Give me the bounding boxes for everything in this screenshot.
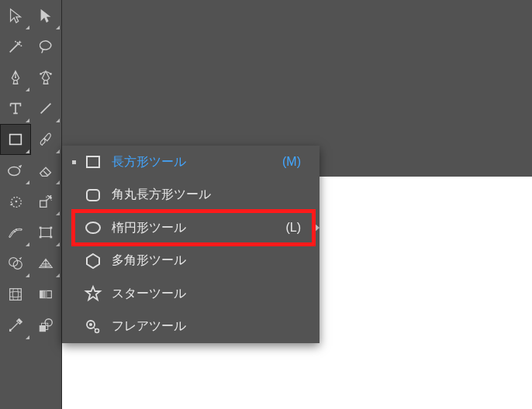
- curvature-tool[interactable]: [31, 62, 62, 93]
- flyout-item-flare[interactable]: フレアツール: [62, 311, 320, 344]
- svg-rect-11: [40, 227, 42, 229]
- svg-rect-4: [9, 135, 21, 145]
- svg-point-32: [95, 328, 99, 332]
- shape-builder-tool[interactable]: [0, 248, 31, 279]
- polygon-icon: [79, 252, 107, 270]
- flyout-item-star[interactable]: スターツール: [62, 277, 320, 311]
- star-icon: [79, 284, 107, 303]
- type-tool[interactable]: [0, 93, 31, 124]
- eyedropper-tool[interactable]: [0, 310, 31, 341]
- flyout-item-label: スターツール: [107, 286, 301, 302]
- svg-marker-28: [87, 254, 99, 268]
- flyout-item-label: フレアツール: [107, 318, 301, 335]
- flyout-item-ellipse[interactable]: 楕円形ツール (L): [62, 211, 320, 245]
- line-segment-tool[interactable]: [31, 93, 62, 124]
- rectangle-icon: [79, 153, 107, 171]
- flyout-item-label: 角丸長方形ツール: [107, 187, 301, 203]
- svg-point-9: [14, 231, 16, 232]
- blend-tool[interactable]: [31, 310, 62, 341]
- svg-point-31: [89, 323, 92, 326]
- svg-rect-10: [41, 229, 51, 237]
- checkmark-icon: [68, 160, 79, 164]
- rotate-tool[interactable]: [0, 186, 31, 217]
- perspective-grid-tool[interactable]: [31, 248, 62, 279]
- svg-rect-17: [9, 289, 21, 301]
- direct-selection-tool[interactable]: [31, 0, 62, 31]
- scale-tool[interactable]: [31, 186, 62, 217]
- toolbar: [0, 0, 62, 409]
- flare-icon: [79, 318, 107, 336]
- svg-point-5: [9, 167, 20, 175]
- svg-point-1: [40, 73, 42, 75]
- flyout-item-label: 楕円形ツール: [107, 220, 285, 236]
- svg-rect-7: [40, 201, 47, 207]
- svg-rect-20: [43, 290, 46, 297]
- rounded-rectangle-icon: [79, 186, 107, 204]
- svg-rect-14: [50, 236, 53, 239]
- svg-rect-22: [40, 325, 46, 332]
- svg-rect-12: [50, 227, 53, 229]
- svg-point-23: [45, 319, 52, 326]
- flyout-item-rectangle[interactable]: 長方形ツール (M): [62, 146, 320, 179]
- pen-tool[interactable]: [0, 62, 31, 93]
- paintbrush-tool[interactable]: [31, 124, 62, 155]
- ellipse-icon: [79, 218, 107, 237]
- svg-point-2: [50, 73, 52, 75]
- flyout-item-label: 長方形ツール: [107, 154, 282, 170]
- svg-rect-21: [45, 290, 47, 297]
- shaper-tool[interactable]: [0, 155, 31, 186]
- svg-point-27: [86, 222, 100, 233]
- svg-point-8: [16, 229, 17, 230]
- flyout-item-rounded-rectangle[interactable]: 角丸長方形ツール: [62, 179, 320, 212]
- flyout-item-label: 多角形ツール: [107, 253, 301, 269]
- svg-rect-25: [87, 156, 99, 167]
- svg-point-6: [15, 201, 17, 203]
- selection-tool[interactable]: [0, 0, 31, 31]
- shape-tool-flyout: 長方形ツール (M) 角丸長方形ツール 楕円形ツール (L) 多角形ツール スタ…: [62, 146, 320, 343]
- svg-rect-13: [40, 236, 42, 239]
- free-transform-tool[interactable]: [31, 217, 62, 248]
- submenu-arrow-icon: [314, 223, 320, 232]
- flyout-item-polygon[interactable]: 多角形ツール: [62, 245, 320, 278]
- rectangle-tool[interactable]: [0, 124, 31, 155]
- lasso-tool[interactable]: [31, 31, 62, 62]
- mesh-tool[interactable]: [0, 279, 31, 310]
- flyout-item-shortcut: (M): [282, 155, 320, 169]
- eraser-tool[interactable]: [31, 155, 62, 186]
- magic-wand-tool[interactable]: [0, 31, 31, 62]
- svg-marker-29: [86, 287, 100, 300]
- svg-rect-19: [40, 290, 43, 297]
- width-tool[interactable]: [0, 217, 31, 248]
- svg-line-3: [41, 104, 51, 114]
- svg-point-0: [15, 77, 16, 78]
- gradient-tool[interactable]: [31, 279, 62, 310]
- svg-rect-26: [87, 190, 99, 201]
